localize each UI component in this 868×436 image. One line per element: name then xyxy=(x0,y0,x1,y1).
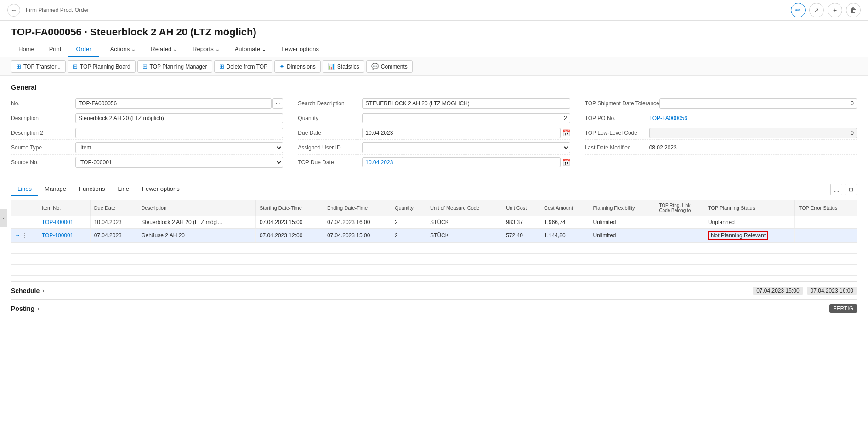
row2-item-no: TOP-100001 xyxy=(38,229,90,243)
schedule-header[interactable]: Schedule › 07.04.2023 15:00 07.04.2023 1… xyxy=(11,281,857,299)
table-row[interactable]: TOP-000001 10.04.2023 Steuerblock 2 AH 2… xyxy=(11,216,857,229)
row1-unit-cost: 983,37 xyxy=(502,216,540,229)
schedule-values: 07.04.2023 15:00 07.04.2023 16:00 xyxy=(753,287,857,295)
assigned-user-value xyxy=(362,142,570,153)
col-ending-date-time: Ending Date-Time xyxy=(323,200,391,216)
top-planning-manager-button[interactable]: ⊞ TOP Planning Manager xyxy=(137,60,212,73)
top-due-date-calendar-icon[interactable]: 📅 xyxy=(562,159,570,166)
source-type-value: Item xyxy=(75,142,283,153)
col-planning-flexibility: Planning Flexibility xyxy=(589,200,655,216)
col-unit-cost: Unit Cost xyxy=(502,200,540,216)
comments-label: Comments xyxy=(381,63,408,70)
search-description-value xyxy=(362,98,570,109)
row1-uom: STÜCK xyxy=(426,216,502,229)
lines-expand-icon[interactable]: ⛶ xyxy=(830,184,842,195)
row1-description: Steuerblock 2 AH 20 (LTZ mögl... xyxy=(137,216,256,229)
top-planning-manager-icon: ⊞ xyxy=(142,63,148,70)
row2-ending-dt: 07.04.2023 15:00 xyxy=(323,229,391,243)
tab-reports[interactable]: Reports ⌄ xyxy=(185,42,227,57)
share-button[interactable]: ↗ xyxy=(809,3,824,17)
dimensions-icon: ✦ xyxy=(279,63,284,70)
statistics-button[interactable]: 📊 Statistics xyxy=(323,60,364,73)
source-no-select[interactable]: TOP-000001 xyxy=(75,157,283,168)
row2-unit-cost: 572,40 xyxy=(502,229,540,243)
row1-ending-dt: 07.04.2023 16:00 xyxy=(323,216,391,229)
col-rtng-link: TOP Rtng. Link Code Belong to xyxy=(655,200,704,216)
lines-collapse-icon[interactable]: ⊡ xyxy=(845,184,857,195)
description-input[interactable] xyxy=(75,113,283,123)
lines-tabs: Lines Manage Functions Line Fewer option… xyxy=(11,183,857,196)
tab-automate[interactable]: Automate ⌄ xyxy=(227,42,274,57)
edit-button[interactable]: ✏ xyxy=(791,3,806,17)
reports-dropdown-icon: ⌄ xyxy=(215,46,220,52)
field-top-low-level: TOP Low-Level Code xyxy=(585,126,857,140)
breadcrumb: Firm Planned Prod. Order xyxy=(26,7,89,13)
table-row[interactable]: → ⋮ TOP-100001 07.04.2023 Gehäuse 2 AH 2… xyxy=(11,229,857,243)
lines-tab-functions[interactable]: Functions xyxy=(73,183,111,196)
statistics-icon: 📊 xyxy=(328,63,335,70)
field-top-shipment: TOP Shipment Date Tolerance xyxy=(585,97,857,110)
quantity-input[interactable] xyxy=(362,113,570,123)
no-lookup-btn[interactable]: ··· xyxy=(272,98,283,109)
tab-order[interactable]: Order xyxy=(68,42,98,57)
delete-button[interactable]: 🗑 xyxy=(846,3,861,17)
tab-fewer-options[interactable]: Fewer options xyxy=(274,42,326,57)
field-description2: Description 2 xyxy=(11,126,283,140)
side-collapse-button[interactable]: ‹ xyxy=(0,209,7,227)
comments-icon: 💬 xyxy=(371,63,379,70)
posting-header[interactable]: Posting › FERTIG xyxy=(11,299,857,317)
lines-tab-line[interactable]: Line xyxy=(111,183,136,196)
due-date-label: Due Date xyxy=(298,130,362,136)
delete-from-top-button[interactable]: ⊞ Delete from TOP xyxy=(214,60,273,73)
posting-chevron-icon: › xyxy=(37,305,39,312)
row1-item-no: TOP-000001 xyxy=(38,216,90,229)
description-label: Description xyxy=(11,115,75,121)
tab-home[interactable]: Home xyxy=(11,42,42,57)
tab-print[interactable]: Print xyxy=(42,42,69,57)
row1-rtng-link xyxy=(655,216,704,229)
lines-tab-lines[interactable]: Lines xyxy=(11,183,38,196)
no-input[interactable] xyxy=(75,98,272,109)
tab-related[interactable]: Related ⌄ xyxy=(143,42,185,57)
table-header-row: Item No. Due Date Description Starting D… xyxy=(11,200,857,216)
field-no: No. ··· xyxy=(11,97,283,110)
related-dropdown-icon: ⌄ xyxy=(173,46,178,52)
row1-error-status xyxy=(795,216,857,229)
lines-tab-manage[interactable]: Manage xyxy=(38,183,73,196)
top-po-no-label: TOP PO No. xyxy=(585,115,649,121)
automate-dropdown-icon: ⌄ xyxy=(261,46,267,52)
row2-planning-flex: Unlimited xyxy=(589,229,655,243)
description2-input[interactable] xyxy=(75,128,283,138)
source-type-select[interactable]: Item xyxy=(75,142,283,153)
due-date-input[interactable] xyxy=(362,128,560,138)
top-transfer-button[interactable]: ⊞ TOP Transfer... xyxy=(11,60,66,73)
dimensions-button[interactable]: ✦ Dimensions xyxy=(274,60,321,73)
source-no-value: TOP-000001 xyxy=(75,157,283,168)
field-top-due-date: TOP Due Date 📅 xyxy=(298,155,570,169)
col-error-status: TOP Error Status xyxy=(795,200,857,216)
top-due-date-input[interactable] xyxy=(362,157,560,167)
row2-status-text: Not Planning Relevant xyxy=(708,231,768,240)
comments-button[interactable]: 💬 Comments xyxy=(366,60,413,73)
schedule-end: 07.04.2023 16:00 xyxy=(807,287,857,295)
row1-indicator xyxy=(11,216,38,229)
due-date-calendar-icon[interactable]: 📅 xyxy=(562,129,570,137)
back-button[interactable]: ← xyxy=(7,4,20,17)
row1-starting-dt: 07.04.2023 15:00 xyxy=(255,216,323,229)
no-label: No. xyxy=(11,100,75,107)
add-button[interactable]: + xyxy=(828,3,842,17)
top-planning-board-button[interactable]: ⊞ TOP Planning Board xyxy=(68,60,136,73)
page-title: TOP-FA000056 · Steuerblock 2 AH 20 (LTZ … xyxy=(0,21,868,42)
due-date-value: 📅 xyxy=(362,128,570,138)
tab-actions[interactable]: Actions ⌄ xyxy=(103,42,144,57)
row2-menu-icon[interactable]: ⋮ xyxy=(22,232,27,239)
posting-section: Posting › FERTIG xyxy=(0,299,868,317)
lines-tab-fewer[interactable]: Fewer options xyxy=(136,183,186,196)
description2-value xyxy=(75,128,283,138)
table-row-empty-1 xyxy=(11,243,857,254)
search-description-input[interactable] xyxy=(362,98,570,109)
top-due-date-label: TOP Due Date xyxy=(298,159,362,166)
top-shipment-input[interactable] xyxy=(659,98,857,109)
table-row-empty-2 xyxy=(11,254,857,265)
assigned-user-select[interactable] xyxy=(362,142,570,153)
